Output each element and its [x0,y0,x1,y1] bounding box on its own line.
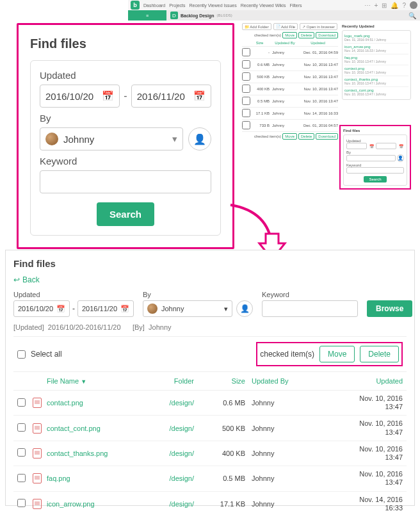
by-select[interactable]: Johnny ▾ [40,127,183,150]
recent-meta: Nov. 14, 2016 16:33 / Johnny [344,49,408,53]
person-picker-icon[interactable]: 👤 [397,154,404,162]
col-size: Size [250,41,272,45]
recent-item[interactable]: contact.png Nov. 10, 2016 13:47 / Johnny [344,65,408,76]
recent-item[interactable]: faq.png Nov. 10, 2016 13:47 / Johnny [344,54,408,65]
keyword-input[interactable] [40,170,211,193]
calendar-icon[interactable]: 📅 [102,90,114,102]
cell-updated: Nov. 10, 201613:47 [316,445,403,462]
search-button[interactable]: Search [97,202,154,226]
move-button[interactable]: Move [282,133,297,140]
table-row: faq.png /design/ 0.5 MB Johnny Nov. 10, … [13,466,407,491]
recent-item[interactable]: logo_mark.png Dec. 01, 2016 04:51 / John… [344,33,408,44]
plus-icon[interactable]: + [375,2,378,9]
folder-link[interactable]: /design/ [169,450,194,457]
table-row: 17.1 KB Johnny Nov. 14, 2016 16:33 [242,108,338,120]
add-folder-button[interactable]: 📁 Add Folder [242,23,271,30]
keyword-input[interactable] [346,167,404,174]
user-avatar[interactable] [410,1,417,9]
keyword-input[interactable] [262,300,358,317]
cell-size: 400 KB [250,87,272,91]
row-checkbox[interactable] [17,423,26,432]
bell-icon[interactable]: 🔔 [391,2,398,9]
app-logo[interactable]: b [131,1,140,10]
by-select[interactable]: Johnny ▾ [143,300,232,317]
person-picker-icon[interactable]: 👤 [236,300,253,317]
date-from-input[interactable]: 2016/10/20📅 [13,300,70,317]
col-file-name[interactable]: File Name ▼ [47,377,143,385]
download-button[interactable]: Download [316,32,338,38]
person-picker-icon[interactable]: 👤 [188,127,211,150]
date-to-input[interactable]: 2016/11/20📅 [77,300,134,317]
table-row: - Johnny Dec. 01, 2016 04:59 [242,47,338,59]
recent-item[interactable]: icon_arrow.png Nov. 14, 2016 16:33 / Joh… [344,44,408,54]
row-checkbox[interactable] [17,474,26,482]
table-row: contact_thanks.png /design/ 400 KB Johnn… [13,441,407,466]
hamburger-icon[interactable]: ≡ [128,10,166,20]
folder-link[interactable]: /design/ [169,425,194,432]
row-checkbox[interactable] [17,448,26,457]
file-name-link[interactable]: faq.png [47,474,70,482]
cell-updated: Nov. 10, 2016 13:47 [298,87,338,91]
col-folder[interactable]: Folder [143,377,200,385]
nav-filters[interactable]: Filters [289,3,302,8]
nav-projects[interactable]: Projects [169,3,185,8]
date-to-input[interactable]: 2016/11/20 📅 [131,85,211,108]
cell-updated: Nov. 10, 201613:47 [316,419,403,436]
col-updated[interactable]: Updated [316,377,403,385]
help-icon[interactable]: ? [402,2,406,9]
delete-button[interactable]: Delete [298,133,314,140]
select-all-checkbox[interactable] [17,350,26,359]
back-link[interactable]: ↩ Back [13,275,40,284]
keyword-label: Keyword [40,156,211,166]
nav-recent-issues[interactable]: Recently Viewed Issues [190,3,237,8]
calendar-icon[interactable]: 📅 [398,144,404,149]
file-icon [33,448,42,458]
calendar-icon[interactable]: 📅 [120,305,129,313]
cell-updated-by: Johnny [252,500,316,508]
file-name-link[interactable]: icon_arrow.png [47,500,95,508]
recently-updated-panel: Recently Updated logo_mark.png Dec. 01, … [342,24,411,100]
search-icon[interactable]: 🔍 [408,12,416,19]
add-file-button[interactable]: 📄 Add File [273,23,298,30]
folder-link[interactable]: /design/ [169,500,194,508]
row-checkbox[interactable] [17,499,26,507]
calendar-icon[interactable]: 📅 [368,144,375,149]
date-to-input[interactable] [376,143,396,149]
file-name-link[interactable]: contact.png [47,399,83,407]
recent-item[interactable]: contact_thanks.png Nov. 10, 2016 13:47 /… [344,76,408,87]
cell-updated-by: Johnny [272,124,298,127]
date-from-input[interactable]: 2016/10/20 📅 [40,85,120,108]
nav-recent-wikis[interactable]: Recently Viewed Wikis [241,3,286,8]
row-checkbox[interactable] [17,398,26,407]
cell-size: 0.6 MB [250,63,272,67]
move-button[interactable]: Move [319,346,355,362]
cell-updated-by: Johnny [272,75,298,79]
download-button[interactable]: Download [316,133,338,140]
results-title: Find files [13,258,407,269]
calendar-icon[interactable]: 📅 [193,90,206,102]
delete-button[interactable]: Delete [298,32,314,38]
move-button[interactable]: Move [282,32,297,38]
col-updated-by: Updated By [272,41,298,45]
folder-link[interactable]: /design/ [169,474,194,482]
file-name-link[interactable]: contact_cont.png [47,425,101,432]
date-from-input[interactable] [346,143,367,149]
cell-size: 400 KB [200,450,252,457]
search-button[interactable]: Search [364,176,386,182]
grid-icon[interactable]: ⊞ [382,2,387,9]
by-select[interactable] [346,155,396,161]
recent-item[interactable]: contact_cont.png Nov. 10, 2016 13:47 / J… [344,87,408,97]
col-size[interactable]: Size [200,377,252,385]
cell-size: 0.6 MB [200,399,252,407]
delete-button[interactable]: Delete [360,346,399,362]
chevron-down-icon: ▾ [172,133,177,145]
cell-updated-by: Johnny [272,99,298,103]
file-name-link[interactable]: contact_thanks.png [47,450,108,457]
col-updated-by[interactable]: Updated By [252,377,316,385]
more-icon[interactable]: ⋯ [364,2,371,9]
nav-dashboard[interactable]: Dashboard [143,3,165,8]
browse-button[interactable]: Browse [367,300,412,317]
calendar-icon[interactable]: 📅 [56,305,65,313]
open-in-browser-button[interactable]: ↗ Open in browser [300,23,337,30]
folder-link[interactable]: /design/ [169,399,194,407]
